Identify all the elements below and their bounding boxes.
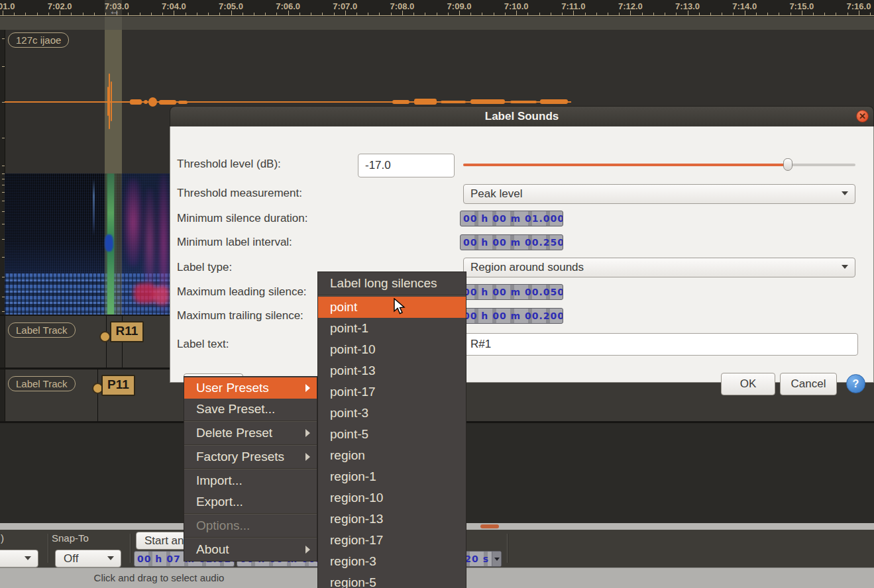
ruler-minor-tick [162,13,163,15]
preset-item-region-3[interactable]: region-3 [318,551,466,572]
scrollbar-thumb[interactable] [480,524,499,528]
ruler-minor-tick [710,13,711,15]
dialog-title: Label Sounds [170,110,873,123]
menu-item-user-presets[interactable]: User Presets [184,377,317,399]
ok-button-label: OK [740,377,757,391]
preset-item-point-17[interactable]: point-17 [318,381,466,403]
waveform-blob [510,101,537,103]
menu-item-import[interactable]: Import... [184,470,317,491]
waveform-blob [130,99,142,105]
label-text-input[interactable]: R#1 [463,333,858,356]
ruler-minor-tick [379,13,380,15]
preset-item-region-5[interactable]: region-5 [318,572,466,588]
preset-item-point[interactable]: point [318,297,466,318]
snap-to-label: Snap-To [52,532,89,544]
label-handle-left[interactable] [99,331,111,342]
waveform-spike [109,74,110,129]
ruler-tick-label: 7:13.0 [665,1,711,11]
close-icon[interactable]: ✕ [856,110,869,122]
preset-item-region-10[interactable]: region-10 [318,487,466,509]
ruler-minor-tick [630,13,631,15]
label-track-name[interactable]: Label Track [8,376,76,391]
preset-item-region-1[interactable]: region-1 [318,466,466,487]
dialog-body: Threshold level (dB): -17.0 Threshold me… [170,126,874,383]
waveform-blob [159,100,176,105]
min-silence-label: Minimum silence duration: [177,212,307,225]
preset-item-region-17[interactable]: region-17 [318,530,466,551]
slider-track-filled[interactable] [463,164,788,166]
ruler-minor-tick [767,13,768,15]
min-interval-field[interactable]: 00 h 00 m 00.250 s [460,234,563,250]
preset-item-region-13[interactable]: region-13 [318,509,466,530]
timeline-ruler[interactable]: 7:01.07:02.07:03.07:04.07:05.07:06.07:07… [0,0,874,30]
ruler-minor-tick [265,13,266,15]
label-stem[interactable] [97,369,98,421]
label-type-dropdown[interactable]: Region around sounds [463,258,855,277]
region-label[interactable]: R11 [110,321,144,342]
ruler-minor-tick [402,13,403,15]
ruler-minor-tick [676,13,677,15]
preset-item-point-13[interactable]: point-13 [318,360,466,381]
ruler-minor-tick [25,13,26,15]
menu-item-export[interactable]: Export... [184,491,317,513]
dialog-titlebar[interactable]: Label Sounds ✕ [170,106,874,126]
menu-item-factory-presets[interactable]: Factory Presets [184,446,317,467]
max-leading-field[interactable]: 00 h 00 m 00.050 s [460,284,563,300]
ruler-minor-tick [14,13,15,15]
audacity-window: 7:01.07:02.07:03.07:04.07:05.07:06.07:07… [0,0,874,588]
preset-item-point-3[interactable]: point-3 [318,403,466,424]
preset-item-point-1[interactable]: point-1 [318,318,466,339]
ruler-minor-tick [231,13,232,15]
max-trailing-field[interactable]: 00 h 00 m 00.200 s [460,308,563,324]
ruler-minor-tick [94,13,95,15]
ruler-minor-tick [573,13,574,15]
ruler-minor-tick [425,13,425,15]
ok-button[interactable]: OK [721,373,775,395]
waveform-blob [392,100,410,104]
spectrogram-energy [143,188,156,297]
spectrogram-streak [93,179,95,236]
ruler-tick-label: 7:05.0 [208,1,254,11]
audio-track-name[interactable]: 127c ijaoe [8,32,69,48]
ruler-minor-tick [345,13,346,15]
cancel-button[interactable]: Cancel [780,373,837,395]
threshold-level-value: -17.0 [365,159,391,172]
preset-item-point-5[interactable]: point-5 [318,424,466,445]
ruler-minor-tick [813,13,814,15]
min-interval-label: Minimum label interval: [177,236,292,249]
snap-to-value: Off [64,552,78,565]
threshold-measurement-dropdown[interactable]: Peak level [463,184,855,204]
ruler-minor-tick [585,13,586,15]
spectrogram[interactable] [5,173,170,315]
label-track-name[interactable]: Label Track [8,322,76,338]
menu-separator [318,295,466,296]
ruler-tick-label: 7:16.0 [836,1,874,11]
chevron-down-icon [842,191,848,195]
help-button[interactable]: ? [846,374,865,393]
waveform-spike [107,87,109,116]
point-label[interactable]: P11 [101,375,135,396]
menu-item-save-preset[interactable]: Save Preset... [184,399,317,420]
preset-item-region[interactable]: region [318,445,466,466]
project-rate-dropdown[interactable] [0,550,38,567]
preset-item-label-long-silences[interactable]: Label long silences [318,273,466,294]
menu-item-about[interactable]: About [184,539,317,560]
threshold-level-input[interactable]: -17.0 [358,154,455,177]
min-silence-field[interactable]: 00 h 00 m 01.000 s [460,211,563,226]
max-trailing-label: Maximum trailing silence: [177,309,303,322]
threshold-level-label: Threshold level (dB): [177,158,281,171]
threshold-level-slider[interactable] [463,158,855,172]
chevron-down-icon[interactable] [492,552,501,566]
ruler-minor-tick [437,13,437,15]
preset-item-point-10[interactable]: point-10 [318,339,466,360]
ruler-minor-tick [459,13,460,15]
scrub-handle-icon[interactable]: ↔ [107,6,123,17]
label-track-edge [0,369,5,421]
ruler-scrub-zone[interactable] [0,17,874,30]
slider-handle[interactable] [783,158,792,171]
menu-item-delete-preset[interactable]: Delete Preset [184,422,317,444]
ruler-minor-tick [824,13,825,15]
ruler-minor-tick [311,13,311,15]
snap-to-dropdown[interactable]: Off [55,550,121,567]
ruler-tick-label: 7:10.0 [493,1,539,11]
